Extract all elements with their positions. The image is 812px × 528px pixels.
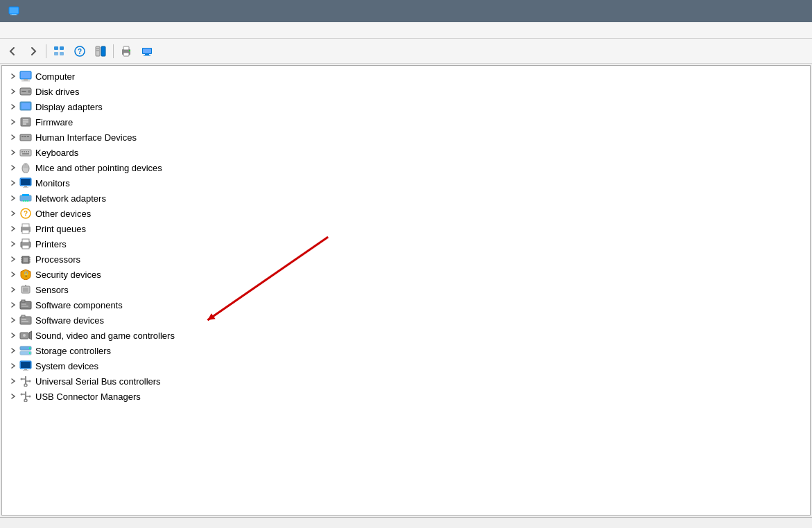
tree-item-usb-controllers[interactable]: Universal Serial Bus controllers — [2, 373, 810, 389]
svg-rect-39 — [24, 151, 25, 152]
tree-item-printers[interactable]: Printers — [2, 236, 810, 252]
chevron-icon — [8, 238, 19, 249]
tree-item-keyboards[interactable]: Keyboards — [2, 145, 810, 160]
sensors-icon — [19, 283, 33, 297]
software-components-icon — [19, 298, 33, 312]
tree-item-security-devices[interactable]: 🔒Security devices — [2, 267, 810, 282]
chevron-icon — [8, 330, 19, 341]
maximize-button[interactable] — [740, 0, 772, 22]
tree-item-other-devices[interactable]: ?Other devices — [2, 206, 810, 221]
menu-help[interactable] — [44, 29, 58, 32]
storage-controllers-label: Storage controllers — [35, 346, 111, 356]
menu-action[interactable] — [17, 29, 31, 32]
svg-point-89 — [29, 347, 31, 349]
help-button[interactable]: ? — [70, 42, 89, 61]
chevron-icon — [8, 193, 19, 204]
svg-rect-63 — [22, 245, 29, 249]
tree-item-sound-video[interactable]: Sound, video and game controllers — [2, 328, 810, 343]
firmware-label: Firmware — [35, 117, 73, 127]
tree-item-system-devices[interactable]: System devices — [2, 358, 810, 373]
chevron-icon — [8, 284, 19, 295]
tree-item-storage-controllers[interactable]: Storage controllers — [2, 343, 810, 358]
monitors-icon — [19, 176, 33, 190]
print-queues-label: Print queues — [35, 224, 86, 234]
display-adapters-icon — [19, 100, 33, 114]
close-button[interactable] — [772, 0, 804, 22]
toolbar-separator-2 — [113, 44, 114, 58]
chevron-icon — [8, 269, 19, 280]
print-button[interactable] — [116, 42, 136, 61]
tree-item-network-adapters[interactable]: Network adapters — [2, 191, 810, 206]
storage-controllers-icon — [19, 344, 33, 358]
chevron-icon — [8, 254, 19, 265]
disk-drives-icon — [19, 85, 33, 98]
tree-item-sensors[interactable]: Sensors — [2, 282, 810, 297]
tree-item-disk-drives[interactable]: Disk drives — [2, 84, 810, 99]
software-devices-label: Software devices — [35, 315, 104, 326]
tree-item-computer[interactable]: Computer — [2, 69, 810, 84]
system-devices-icon — [19, 359, 33, 373]
software-devices-icon — [19, 313, 33, 327]
chevron-icon — [8, 391, 19, 402]
chevron-icon — [8, 345, 19, 356]
chevron-icon — [8, 162, 19, 173]
svg-rect-41 — [28, 151, 29, 152]
chevron-icon — [8, 223, 19, 234]
svg-rect-0 — [9, 7, 19, 14]
update-button[interactable] — [137, 42, 157, 61]
svg-rect-65 — [24, 258, 28, 262]
svg-point-54 — [25, 200, 26, 202]
svg-rect-59 — [22, 224, 29, 227]
device-tree[interactable]: ComputerDisk drivesDisplay adaptersFirmw… — [2, 66, 810, 515]
back-button[interactable] — [3, 42, 22, 61]
display-adapters-label: Display adapters — [35, 102, 103, 112]
tree-item-firmware[interactable]: Firmware — [2, 114, 810, 130]
system-devices-label: System devices — [35, 361, 98, 371]
tree-item-usb-connector[interactable]: USB Connector Managers — [2, 389, 810, 404]
processors-icon — [19, 252, 33, 266]
tree-view-button[interactable] — [49, 42, 69, 61]
window-controls — [708, 0, 804, 22]
menu-view[interactable] — [31, 29, 44, 32]
chevron-icon — [8, 376, 19, 387]
human-interface-icon — [19, 130, 33, 144]
sensors-label: Sensors — [35, 285, 69, 295]
svg-rect-37 — [20, 150, 31, 156]
forward-button[interactable] — [24, 42, 43, 61]
chevron-icon — [8, 71, 19, 82]
svg-point-86 — [23, 334, 26, 337]
svg-rect-23 — [21, 80, 30, 82]
minimize-button[interactable] — [708, 0, 740, 22]
sound-video-icon — [19, 328, 33, 342]
tree-item-print-queues[interactable]: Print queues — [2, 221, 810, 236]
svg-rect-3 — [54, 46, 58, 50]
tree-item-software-devices[interactable]: Software devices — [2, 313, 810, 328]
svg-point-100 — [29, 380, 31, 382]
statusbar — [0, 517, 812, 528]
tree-item-software-components[interactable]: Software components — [2, 297, 810, 313]
tree-item-processors[interactable]: Processors — [2, 252, 810, 267]
tree-item-display-adapters[interactable]: Display adapters — [2, 99, 810, 114]
svg-rect-38 — [21, 151, 23, 152]
chevron-icon — [8, 116, 19, 127]
tree-item-monitors[interactable]: Monitors — [2, 175, 810, 191]
toolbar: ? — [0, 39, 812, 64]
tree-item-human-interface[interactable]: Human Interface Devices — [2, 130, 810, 145]
print-queues-icon — [19, 222, 33, 236]
svg-rect-36 — [27, 136, 29, 137]
svg-point-96 — [24, 384, 27, 387]
svg-rect-34 — [21, 136, 24, 137]
tree-item-mice[interactable]: Mice and other pointing devices — [2, 160, 810, 175]
svg-point-55 — [27, 200, 28, 202]
svg-point-46 — [26, 164, 28, 168]
main-content: ComputerDisk drivesDisplay adaptersFirmw… — [1, 65, 811, 516]
properties-button[interactable] — [91, 42, 110, 61]
chevron-icon — [8, 208, 19, 219]
menu-file[interactable] — [3, 29, 17, 32]
security-devices-label: Security devices — [35, 270, 101, 280]
chevron-icon — [8, 86, 19, 97]
svg-rect-35 — [24, 136, 26, 137]
svg-rect-19 — [145, 54, 149, 55]
chevron-icon — [8, 132, 19, 143]
svg-rect-6 — [60, 52, 64, 55]
